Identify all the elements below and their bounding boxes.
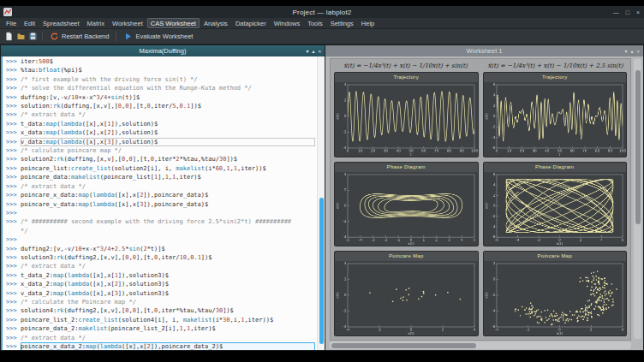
close-icon[interactable]: × (636, 9, 640, 15)
console-line: >>>/* extract data */ (6, 110, 315, 119)
console-line: >>>t_data:map(lambda([x],x[1]),solution)… (6, 120, 315, 128)
evaluate-worksheet-button[interactable]: Evaluate Worksheet (121, 31, 195, 42)
cas-subwindow-title: Maxima(Duffing) (1, 47, 325, 55)
labplot-main-window: Project — labplot2 — □ × FileEditSpreads… (0, 6, 644, 351)
menu-matrix[interactable]: Matrix (84, 18, 108, 28)
console-prompt: >>> (6, 253, 21, 262)
console-line: >>> (6, 209, 315, 217)
letterbox-bottom (0, 351, 644, 362)
console-command: solution3:rk(duffing2,[x,v],[0,0],[t,0,i… (21, 253, 315, 262)
menu-worksheet[interactable]: Worksheet (109, 18, 146, 28)
menu-analysis[interactable]: Analysis (200, 18, 231, 28)
worksheet-subwindow-titlebar[interactable]: Worksheet 1 ▾ ▴ × (325, 45, 643, 56)
worksheet-view: ẍ(t) = −1/4x³(t) + x(t) − 1/10ẋ(t) + sin… (325, 56, 643, 350)
maximize-icon[interactable]: □ (626, 9, 629, 15)
worksheet-hscrollbar[interactable] (330, 341, 631, 349)
menu-spreadsheet[interactable]: Spreadsheet (39, 18, 83, 28)
cas-subwindow-titlebar[interactable]: Maxima(Duffing) ▾ ▴ × (1, 45, 325, 56)
console-command: solution:rk(duffing,[x,v],[0,0],[t,0,ite… (21, 102, 315, 110)
shade-icon[interactable]: ▾ (624, 48, 627, 54)
console-line: >>>poincare_x_data:map(lambda([x],x[2]),… (6, 191, 315, 199)
close-icon[interactable]: × (318, 49, 321, 54)
console-scrollbar[interactable] (317, 56, 325, 350)
console-prompt: >>> (6, 84, 21, 92)
new-document-icon[interactable] (4, 32, 14, 41)
plot-phase-diagram-2[interactable]: Phase Diagram (483, 162, 628, 247)
toolbar-separator (42, 32, 43, 41)
restore-icon[interactable]: ▴ (312, 48, 314, 54)
plot-phase-diagram-1[interactable]: Phase Diagram (334, 162, 479, 247)
menu-help[interactable]: Help (358, 18, 378, 28)
worksheet-hscrollbar-thumb[interactable] (331, 343, 476, 348)
console-line: >>>poincare_list_2:create_list(solution4… (6, 316, 315, 324)
console-prompt: >>> (6, 235, 21, 244)
restart-backend-button[interactable]: Restart Backend (47, 31, 111, 42)
console-line: >>>solution:rk(duffing,[x,v],[0,0],[t,0,… (6, 102, 315, 110)
console-line: >>>duffing2:[v,-v/10+x-x^3/4+2.5*sin(2*t… (6, 245, 315, 253)
open-project-icon[interactable] (16, 32, 26, 41)
console-line: >>>poincare_data_2:makelist(poincare_lis… (6, 324, 315, 333)
plot-title: Poincare Map (335, 252, 478, 261)
console-line: >>>poincare_x_data_2:map(lambda([x],x[2]… (6, 342, 315, 350)
console-command: poincare_x_data:map(lambda([x],x[2]),poi… (21, 191, 315, 199)
console-prompt: >>> (6, 93, 21, 102)
console-command: poincare_data:makelist(poincare_list[1],… (21, 173, 315, 181)
console-command: /* solve the differential equation with … (21, 84, 315, 92)
console-prompt: >>> (6, 182, 21, 191)
worksheet-column-titles: ẍ(t) = −1/4x³(t) + x(t) − 1/10ẋ(t) + sin… (331, 59, 630, 72)
restart-icon (50, 32, 59, 41)
plot-title: Phase Diagram (484, 163, 627, 172)
console-line: >>>v_data_2:map(lambda([x],x[3]),solutio… (6, 289, 315, 298)
console-prompt: >>> (6, 200, 21, 209)
menu-edit[interactable]: Edit (21, 18, 39, 28)
console-command: duffing:[v,-v/10+x-x^3/4+sin(t)]$ (21, 93, 315, 102)
plot-poincare-map-2[interactable]: Poincare Map (483, 251, 628, 336)
minimize-icon[interactable]: — (613, 9, 619, 15)
menu-file[interactable]: File (3, 18, 20, 28)
menu-windows[interactable]: Windows (271, 18, 303, 28)
console-prompt: >>> (6, 138, 21, 146)
console-scrollbar-thumb[interactable] (319, 198, 324, 345)
console-line: >>>x_data_2:map(lambda([x],x[2]),solutio… (6, 280, 315, 288)
plot-poincare-map-1[interactable]: Poincare Map (334, 251, 479, 336)
restore-icon[interactable]: ▴ (630, 48, 633, 54)
console-line: */ (6, 227, 315, 235)
worksheet-vscrollbar-thumb[interactable] (635, 70, 641, 224)
console-command: /* first example with the driving force … (21, 75, 315, 84)
console-prompt: >>> (6, 191, 21, 199)
console-prompt: >>> (6, 146, 21, 155)
toolbar-separator (116, 32, 116, 41)
plot-trajectory-2[interactable]: Trajectory (483, 72, 628, 157)
window-controls: — □ × (613, 6, 640, 18)
cas-worksheet-subwindow: Maxima(Duffing) ▾ ▴ × >>>iter:500$>>>%ta… (0, 45, 325, 351)
console-prompt: >>> (6, 342, 21, 350)
close-icon[interactable]: × (636, 49, 640, 54)
console-command: /* extract data */ (21, 334, 315, 342)
console-command: %tau:bfloat(%pi)$ (21, 66, 315, 74)
console-command: v_data:map(lambda([x],x[3]),solution)$ (21, 138, 315, 146)
menu-settings[interactable]: Settings (327, 18, 357, 28)
window-titlebar[interactable]: Project — labplot2 — □ × (0, 6, 644, 18)
console-command: x_data_2:map(lambda([x],x[2]),solution3)… (21, 280, 315, 288)
console-line: >>>/* ########## second example with the… (6, 217, 315, 226)
plot-title: Phase Diagram (335, 163, 478, 172)
maxima-console[interactable]: >>>iter:500$>>>%tau:bfloat(%pi)$>>>/* fi… (3, 56, 317, 350)
save-project-icon[interactable] (28, 32, 38, 41)
console-command: x_data:map(lambda([x],x[2]),solution)$ (21, 128, 315, 137)
shade-icon[interactable]: ▾ (306, 48, 308, 54)
equation-title-2: ẍ(t) = −1/4x³(t) + x(t) − 1/10ẋ(t) + 2.5… (480, 59, 630, 72)
menu-datapicker[interactable]: Datapicker (232, 18, 270, 28)
console-command: poincare_data_2:makelist(poincare_list_2… (21, 324, 315, 333)
console-prompt: >>> (6, 102, 21, 110)
menu-cas-worksheet[interactable]: CAS Worksheet (147, 18, 200, 28)
worksheet-vscrollbar[interactable] (634, 59, 641, 339)
console-prompt: >>> (6, 280, 21, 288)
plot-trajectory-1[interactable]: Trajectory (334, 72, 479, 157)
worksheet-canvas[interactable]: ẍ(t) = −1/4x³(t) + x(t) − 1/10ẋ(t) + sin… (330, 58, 631, 341)
screen: Project — labplot2 — □ × FileEditSpreads… (0, 0, 644, 362)
console-command: poincare_v_data:map(lambda([x],x[3]),poi… (21, 200, 315, 209)
console-prompt: >>> (6, 245, 21, 253)
menu-tools[interactable]: Tools (304, 18, 326, 28)
console-line: >>>/* extract data */ (6, 262, 315, 270)
console-prompt: >>> (6, 164, 21, 173)
